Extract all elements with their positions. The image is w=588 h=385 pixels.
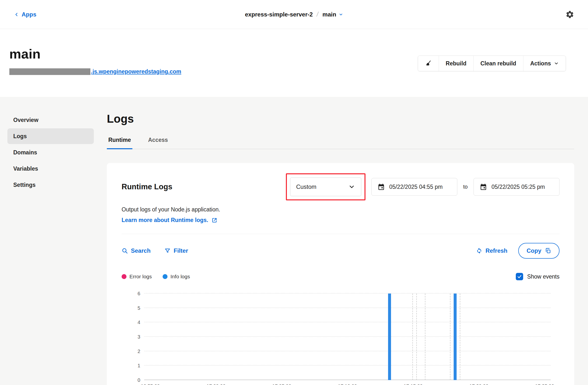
y-axis-label: 3 <box>138 334 140 339</box>
gridline <box>144 308 551 308</box>
gridline <box>144 365 551 365</box>
environment-header: main .js.wpenginepoweredstaging.com Rebu… <box>0 29 588 97</box>
runtime-logs-panel: Runtime Logs Custom <box>107 163 574 385</box>
tab-runtime[interactable]: Runtime <box>107 134 132 149</box>
refresh-icon <box>476 247 483 254</box>
runtime-logs-chart: 012345616:55:0017:00:0017:05:0017:10:001… <box>122 294 560 380</box>
calendar-icon <box>378 183 385 191</box>
legend-item-info-logs: Info logs <box>163 274 190 279</box>
sidebar-item-domains[interactable]: Domains <box>7 145 94 160</box>
environment-actions-toolbar: Rebuild Clean rebuild Actions <box>418 56 566 71</box>
sidebar-item-variables[interactable]: Variables <box>7 161 94 177</box>
sidebar-item-logs[interactable]: Logs <box>7 128 94 144</box>
page-title: Logs <box>107 112 574 125</box>
gridline <box>144 293 551 294</box>
external-link-icon <box>211 217 218 224</box>
environment-switcher[interactable]: main <box>322 11 343 18</box>
main-area: Overview Logs Domains Variables Settings… <box>0 97 588 385</box>
sidebar-item-label: Overview <box>13 117 38 123</box>
chart-legend-row: Error logs Info logs Show events <box>122 273 560 280</box>
date-to-input[interactable]: 05/22/2025 05:25 pm <box>474 178 560 196</box>
rebuild-button[interactable]: Rebuild <box>439 56 473 71</box>
y-axis-label: 2 <box>138 349 140 354</box>
breadcrumb-env-name: main <box>322 11 336 18</box>
breadcrumb-separator: / <box>316 11 319 18</box>
panel-title: Runtime Logs <box>122 182 172 191</box>
sidebar-item-label: Settings <box>13 182 36 188</box>
panel-divider <box>122 234 560 234</box>
legend-error-dot <box>122 274 126 279</box>
rebuild-label: Rebuild <box>446 60 466 67</box>
legend-error-label: Error logs <box>129 274 152 279</box>
gridline <box>144 322 551 322</box>
y-axis-label: 0 <box>138 378 140 383</box>
y-axis-label: 5 <box>138 306 140 311</box>
show-events-label: Show events <box>527 273 560 280</box>
check-icon <box>517 274 522 279</box>
search-icon <box>122 248 128 254</box>
domain-suffix: .js.wpenginepoweredstaging.com <box>91 68 181 75</box>
event-marker-line <box>450 294 450 380</box>
calendar-icon <box>480 183 487 191</box>
x-axis-label: 17:05:00 <box>272 384 291 385</box>
tab-access[interactable]: Access <box>147 134 169 149</box>
log-bar[interactable] <box>454 294 457 380</box>
time-range-dropdown[interactable]: Custom <box>290 178 361 196</box>
clean-rebuild-label: Clean rebuild <box>481 60 516 67</box>
chevron-down-icon <box>348 183 355 190</box>
show-events-toggle[interactable]: Show events <box>516 273 560 280</box>
copy-label: Copy <box>526 247 541 254</box>
learn-more-label: Learn more about Runtime logs. <box>122 217 208 224</box>
environment-domain-link[interactable]: .js.wpenginepoweredstaging.com <box>9 68 181 75</box>
chevron-down-icon <box>554 61 559 66</box>
chart-legend: Error logs Info logs <box>122 274 190 279</box>
x-axis-label: 17:10:00 <box>338 384 357 385</box>
annotation-highlight-box: Custom <box>286 173 365 200</box>
event-marker-line <box>425 294 425 380</box>
time-range-controls: Custom 05/22/2025 04:55 pm to <box>286 173 560 200</box>
gear-icon <box>566 10 574 19</box>
search-button[interactable]: Search <box>122 247 150 254</box>
actions-menu-button[interactable]: Actions <box>524 56 566 71</box>
top-bar: Apps express-simple-server-2 / main <box>0 0 588 29</box>
copy-icon <box>545 248 551 254</box>
date-to-value: 05/22/2025 05:25 pm <box>491 184 545 190</box>
time-range-value: Custom <box>296 183 316 190</box>
legend-info-label: Info logs <box>170 274 190 279</box>
x-axis-line <box>144 380 551 380</box>
learn-more-link[interactable]: Learn more about Runtime logs. <box>122 217 218 224</box>
back-label: Apps <box>21 11 36 18</box>
filter-funnel-icon <box>164 248 171 254</box>
event-marker-line <box>460 294 460 380</box>
settings-gear-button[interactable] <box>566 10 574 19</box>
copy-button[interactable]: Copy <box>518 243 560 259</box>
filter-label: Filter <box>174 247 188 254</box>
sidebar-item-label: Logs <box>13 133 27 140</box>
clean-rebuild-button[interactable]: Clean rebuild <box>474 56 523 71</box>
refresh-button[interactable]: Refresh <box>476 247 507 254</box>
broom-icon <box>425 60 432 67</box>
sidebar-item-label: Domains <box>13 149 37 156</box>
breadcrumb: express-simple-server-2 / main <box>245 11 343 18</box>
sidebar: Overview Logs Domains Variables Settings <box>7 112 94 385</box>
legend-info-dot <box>163 274 168 279</box>
breadcrumb-app-name: express-simple-server-2 <box>245 11 313 18</box>
back-to-apps-link[interactable]: Apps <box>14 11 36 18</box>
date-from-value: 05/22/2025 04:55 pm <box>389 184 442 190</box>
x-axis-label: 17:15:00 <box>403 384 423 385</box>
redacted-domain-prefix <box>9 68 90 75</box>
panel-description: Output logs of your Node.js application. <box>122 206 560 213</box>
show-events-checkbox[interactable] <box>516 273 523 280</box>
date-from-input[interactable]: 05/22/2025 04:55 pm <box>371 178 457 196</box>
y-axis-label: 4 <box>138 320 140 325</box>
sidebar-item-overview[interactable]: Overview <box>7 112 94 128</box>
x-axis-label: 16:55:00 <box>141 384 160 385</box>
chevron-left-icon <box>14 12 19 17</box>
filter-button[interactable]: Filter <box>164 247 188 254</box>
gridline <box>144 336 551 337</box>
log-bar[interactable] <box>388 294 391 380</box>
sidebar-item-settings[interactable]: Settings <box>7 177 94 193</box>
gridline <box>144 351 551 351</box>
logs-content: Logs Runtime Access Runtime Logs Custom <box>107 112 574 385</box>
purge-cache-button[interactable] <box>418 56 439 71</box>
